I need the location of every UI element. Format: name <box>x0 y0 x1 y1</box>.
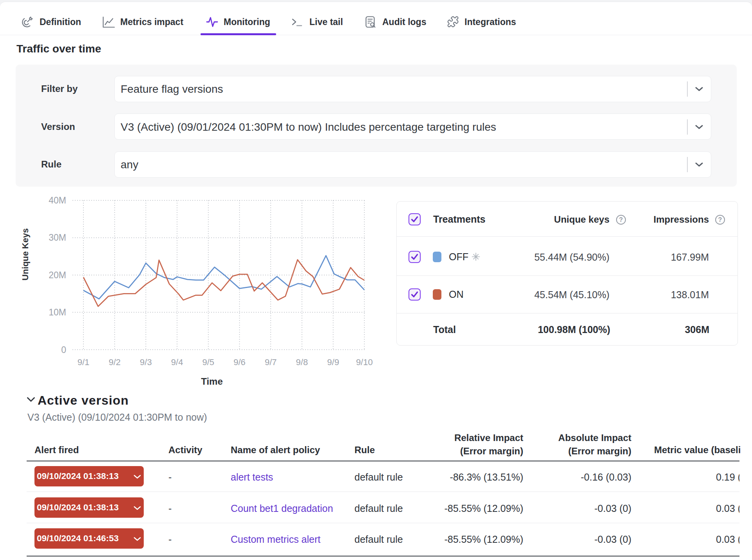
svg-text:10M: 10M <box>49 307 66 317</box>
svg-text:9/1: 9/1 <box>78 357 90 367</box>
svg-text:Time: Time <box>201 376 223 387</box>
svg-text:9/9: 9/9 <box>327 357 339 367</box>
svg-text:Unique Keys: Unique Keys <box>20 228 30 280</box>
svg-text:9/5: 9/5 <box>202 357 215 367</box>
svg-text:40M: 40M <box>49 195 66 205</box>
svg-text:9/8: 9/8 <box>296 357 308 367</box>
svg-text:20M: 20M <box>49 270 66 280</box>
svg-text:30M: 30M <box>49 232 66 243</box>
svg-text:0: 0 <box>61 345 66 355</box>
svg-text:9/6: 9/6 <box>233 357 246 367</box>
svg-text:9/3: 9/3 <box>140 357 152 367</box>
svg-text:9/7: 9/7 <box>265 357 277 367</box>
svg-text:9/2: 9/2 <box>108 357 121 367</box>
svg-text:?: ? <box>718 216 722 223</box>
svg-text:9/4: 9/4 <box>171 357 183 367</box>
svg-text:9/10: 9/10 <box>356 357 373 367</box>
